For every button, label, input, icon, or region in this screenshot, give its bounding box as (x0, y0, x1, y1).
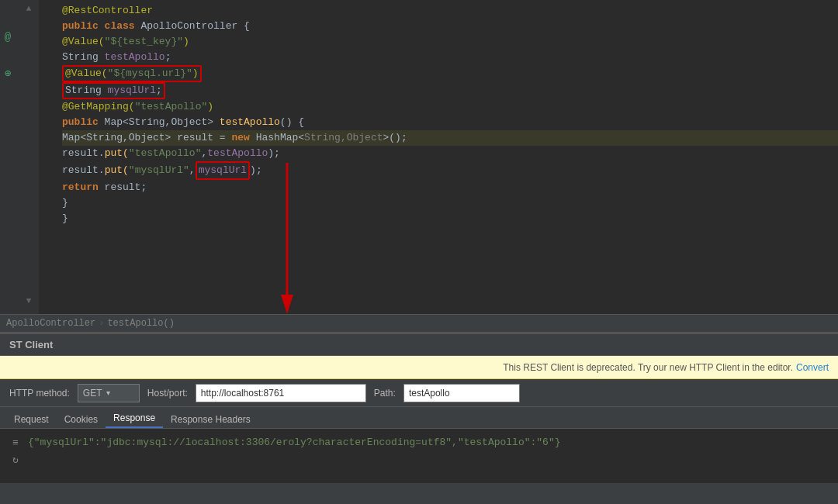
response-icons: ≡ ↻ (9, 435, 22, 466)
tab-response-headers[interactable]: Response Headers (163, 411, 258, 428)
host-input[interactable] (196, 384, 366, 402)
tabs-row: Request Cookies Response Response Header… (0, 407, 838, 429)
breadcrumb-class: ApolloController (6, 318, 95, 329)
code-line: } (62, 211, 838, 226)
path-label: Path: (374, 388, 396, 399)
scroll-down-arrow[interactable]: ▼ (23, 295, 34, 306)
refresh-icon[interactable]: ↻ (9, 454, 22, 466)
side-icon-1: @ (5, 31, 11, 43)
rest-client-panel: ST Client This REST Client is deprecated… (0, 333, 838, 504)
panel-title: ST Client (9, 339, 53, 350)
code-line-value-annotation: @Value("${mysql.url}") (62, 65, 838, 82)
code-line: public class ApolloController { (62, 19, 838, 34)
response-text: {"mysqlUrl":"jdbc:mysql://localhost:3306… (28, 435, 561, 450)
code-line: } (62, 195, 838, 211)
convert-link[interactable]: Convert (796, 362, 829, 373)
code-editor: @ ⊕ ▲ @RestController public class Apoll… (0, 0, 838, 314)
code-line: @Value("${test_key}") (62, 34, 838, 50)
side-icon-2: ⊕ (5, 67, 11, 80)
breadcrumb-method: testApollo() (107, 318, 174, 329)
breadcrumb: ApolloController › testApollo() (0, 314, 838, 333)
http-method-select[interactable]: GET ▾ (78, 384, 140, 402)
code-line-mysqlurl-field: String mysqlUrl; (62, 82, 838, 99)
code-line: return result; (62, 180, 838, 195)
code-line-mysqlurl-usage: result.put("mysqlUrl",mysqlUrl); (62, 161, 838, 180)
http-method-value: GET (83, 388, 102, 399)
tab-cookies[interactable]: Cookies (57, 411, 106, 428)
expand-icon[interactable]: ≡ (9, 437, 22, 449)
code-line: @GetMapping("testApollo") (62, 99, 838, 115)
warning-text: This REST Client is deprecated. Try our … (503, 362, 793, 373)
response-area: ≡ ↻ {"mysqlUrl":"jdbc:mysql://localhost:… (0, 429, 838, 483)
code-line: String testApollo; (62, 50, 838, 65)
code-line: @RestController (62, 3, 838, 19)
panel-title-bar: ST Client (0, 334, 838, 356)
path-input[interactable] (403, 384, 520, 402)
http-method-label: HTTP method: (9, 388, 70, 399)
code-line: result.put("testApollo",testApollo); (62, 146, 838, 161)
tab-request[interactable]: Request (6, 411, 57, 428)
code-line: Map<String,Object> result = new HashMap<… (62, 130, 838, 146)
host-label: Host/port: (147, 388, 188, 399)
code-line: public Map<String,Object> testApollo() { (62, 115, 838, 130)
chevron-down-icon: ▾ (106, 388, 110, 397)
warning-bar: This REST Client is deprecated. Try our … (0, 356, 838, 379)
http-method-row: HTTP method: GET ▾ Host/port: Path: (0, 379, 838, 407)
scroll-up-arrow[interactable]: ▲ (23, 3, 34, 14)
tab-response[interactable]: Response (106, 409, 163, 428)
